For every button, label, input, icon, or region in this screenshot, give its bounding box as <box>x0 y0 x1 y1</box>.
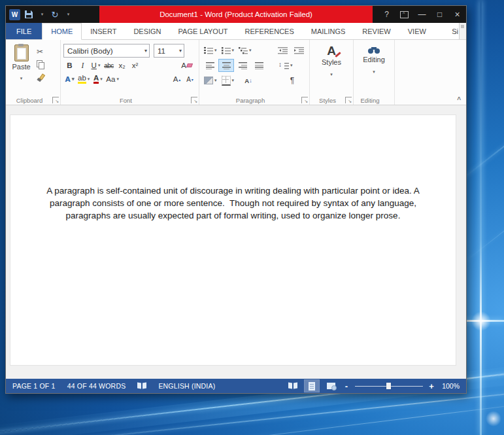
line-spacing-button[interactable] <box>277 59 295 72</box>
tab-file[interactable]: FILE <box>6 23 42 39</box>
styles-group-label: Styles <box>310 97 345 104</box>
word-count[interactable]: 44 OF 44 WORDS <box>67 382 126 390</box>
sign-in-label-partial[interactable]: Si <box>451 23 459 39</box>
decrease-indent-icon <box>278 46 288 54</box>
font-color-button[interactable]: A <box>92 73 104 85</box>
format-painter-button[interactable] <box>35 73 46 84</box>
cut-button[interactable] <box>35 45 46 56</box>
zoom-in-button[interactable]: + <box>428 381 435 391</box>
zoom-percentage[interactable]: 100% <box>440 382 460 390</box>
paste-clipboard-icon <box>14 44 29 61</box>
font-color-label: A <box>93 75 99 84</box>
italic-button[interactable]: I <box>76 60 89 71</box>
multilevel-list-button[interactable] <box>237 44 254 57</box>
undo-button[interactable] <box>35 7 48 22</box>
wallpaper-glow-spot <box>486 411 501 426</box>
align-right-icon <box>239 61 247 69</box>
paragraph-group: A ¶ Paragraph <box>199 40 310 105</box>
justify-button[interactable] <box>251 59 267 72</box>
styles-button[interactable]: A Styles <box>312 44 350 95</box>
document-line: paragraphs are usually expected part of … <box>10 209 456 222</box>
wallpaper-beam <box>461 167 504 265</box>
ribbon-scroll-fragment[interactable] <box>459 23 466 39</box>
superscript-button[interactable]: x² <box>129 60 141 71</box>
editing-button[interactable]: Editing <box>356 44 392 95</box>
minimize-button[interactable]: — <box>413 6 431 23</box>
text-effects-button[interactable]: A <box>63 73 76 85</box>
ribbon-display-options-button[interactable] <box>395 6 413 23</box>
change-case-label: Aa <box>106 75 115 83</box>
tab-design[interactable]: DESIGN <box>125 23 169 39</box>
help-button[interactable]: ? <box>378 6 395 23</box>
decrease-indent-button[interactable] <box>275 44 290 57</box>
font-name-select[interactable]: Calibri (Body) <box>63 44 150 58</box>
read-mode-button[interactable] <box>286 380 300 392</box>
tab-references[interactable]: REFERENCES <box>237 23 303 39</box>
align-left-button[interactable] <box>202 59 218 72</box>
print-layout-button[interactable] <box>305 380 319 392</box>
font-size-select[interactable]: 11 <box>154 44 184 58</box>
styles-group: A Styles Styles <box>310 40 354 105</box>
borders-button[interactable] <box>220 74 237 87</box>
tab-view[interactable]: VIEW <box>399 23 435 39</box>
document-paragraph[interactable]: A paragraph is self-contained unit of di… <box>10 184 456 222</box>
zoom-slider[interactable] <box>355 381 423 391</box>
web-layout-button[interactable] <box>324 380 338 392</box>
font-dialog-launcher[interactable] <box>191 97 197 103</box>
numbering-button[interactable] <box>220 44 237 57</box>
tab-mailings[interactable]: MAILINGS <box>303 23 354 39</box>
editing-dropdown-icon <box>373 64 375 76</box>
shrink-font-button[interactable]: A <box>184 73 196 85</box>
paste-button[interactable]: Paste <box>9 44 33 95</box>
editing-group-label: Editing <box>354 97 386 104</box>
maximize-button[interactable]: □ <box>431 6 448 23</box>
copy-button[interactable] <box>35 59 46 70</box>
grow-font-button[interactable]: A <box>171 73 183 85</box>
editing-group: Editing Editing <box>354 40 395 105</box>
zoom-out-button[interactable]: - <box>343 381 350 391</box>
bold-button[interactable]: B <box>63 60 76 71</box>
styles-label: Styles <box>322 58 341 66</box>
language-indicator[interactable]: ENGLISH (INDIA) <box>158 382 215 390</box>
strikethrough-button[interactable]: abc <box>103 60 115 71</box>
styles-dialog-launcher[interactable] <box>345 97 352 103</box>
clipboard-dialog-launcher[interactable] <box>52 97 59 103</box>
tab-home[interactable]: HOME <box>42 23 82 40</box>
wallpaper-vertical-light <box>480 0 482 435</box>
zoom-slider-thumb[interactable] <box>386 383 391 389</box>
increase-indent-button[interactable] <box>291 44 307 57</box>
document-line: A paragraph is self-contained unit of di… <box>10 184 456 197</box>
highlight-color-button[interactable]: ab <box>76 73 91 85</box>
proofing-status-icon[interactable] <box>137 383 146 389</box>
save-button[interactable] <box>22 7 35 22</box>
tab-insert[interactable]: INSERT <box>82 23 125 39</box>
tab-page-layout[interactable]: PAGE LAYOUT <box>170 23 237 39</box>
underline-button[interactable]: U <box>90 60 102 71</box>
tab-review[interactable]: REVIEW <box>354 23 399 39</box>
subscript-button[interactable]: x₂ <box>116 60 128 71</box>
clipboard-group-label: Clipboard <box>7 97 52 104</box>
align-right-button[interactable] <box>235 59 250 72</box>
document-page[interactable]: A paragraph is self-contained unit of di… <box>10 115 456 365</box>
align-center-icon <box>222 61 231 69</box>
redo-button[interactable] <box>48 7 61 22</box>
shading-button[interactable] <box>202 74 219 87</box>
status-bar: PAGE 1 OF 1 44 OF 44 WORDS ENGLISH (INDI… <box>6 379 466 393</box>
borders-icon <box>222 76 231 86</box>
clear-formatting-button[interactable]: A <box>180 60 193 71</box>
copy-icon <box>37 60 44 69</box>
word-app-icon[interactable]: W <box>9 9 20 20</box>
paste-dropdown-icon <box>20 71 23 82</box>
show-hide-formatting-button[interactable]: ¶ <box>284 74 300 87</box>
bullets-button[interactable] <box>202 44 219 57</box>
paragraph-dialog-launcher[interactable] <box>301 97 308 103</box>
sort-button[interactable]: A <box>241 74 256 87</box>
wallpaper-beam <box>41 399 504 435</box>
qat-customize-button[interactable] <box>61 7 75 22</box>
close-button[interactable]: × <box>448 6 466 23</box>
page-indicator[interactable]: PAGE 1 OF 1 <box>12 382 56 390</box>
change-case-button[interactable]: Aa <box>105 73 120 85</box>
align-center-button[interactable] <box>218 59 234 72</box>
justify-icon <box>255 61 263 69</box>
collapse-ribbon-button[interactable] <box>457 96 461 103</box>
